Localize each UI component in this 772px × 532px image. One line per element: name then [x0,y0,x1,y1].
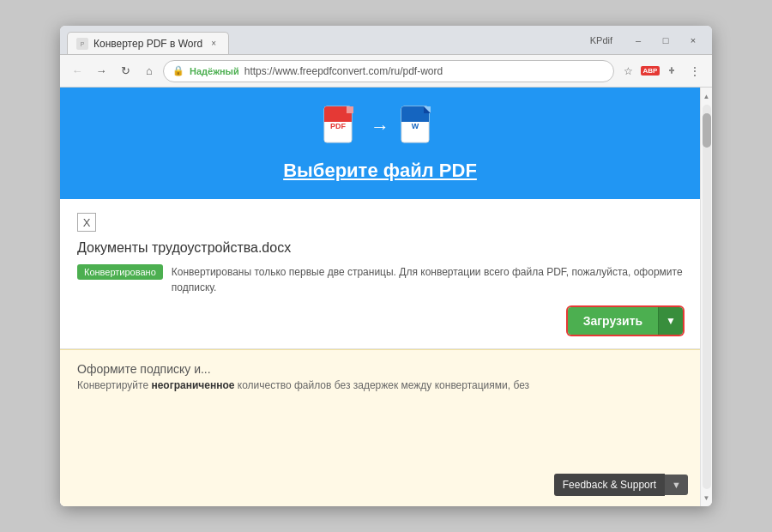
forward-button[interactable]: → [91,61,112,82]
status-badge: Конвертировано [77,264,163,280]
file-section: X Документы трудоустройства.docx Конверт… [60,199,700,349]
tab-close-button[interactable]: × [208,38,220,50]
svg-text:P: P [81,41,85,47]
lock-icon: 🔒 [172,65,184,76]
address-bar[interactable]: 🔒 Надёжный https://www.freepdfconvert.co… [163,60,614,82]
svg-rect-6 [347,106,353,113]
navigation-bar: ← → ↻ ⌂ 🔒 Надёжный https://www.freepdfco… [60,55,712,88]
page-content: PDF → W [60,88,700,506]
browser-tab[interactable]: P Конвертер PDF в Word × [67,32,229,54]
page-content-wrapper: PDF → W [60,88,700,506]
url-text: https://www.freepdfconvert.com/ru/pdf-wo… [244,65,443,77]
status-row: Конвертировано Конвертированы только пер… [77,264,683,295]
hero-icons: PDF → W [323,105,437,149]
download-main-button[interactable]: Загрузить [568,307,658,335]
home-button[interactable]: ⌂ [139,61,160,82]
minimize-button[interactable]: – [626,31,650,50]
browser-window: P Конвертер PDF в Word × KPdif – □ × ← →… [60,26,712,506]
subscribe-description: Конвертируйте неограниченное количество … [77,379,683,391]
extensions-button[interactable] [662,61,683,82]
bookmark-button[interactable]: ☆ [618,61,638,82]
pdf-file-icon: PDF [323,105,360,149]
tab-favicon: P [76,38,88,50]
abp-badge: ABP [641,66,660,76]
feedback-label[interactable]: Feedback & Support [554,474,665,496]
convert-arrow-icon: → [371,116,389,138]
download-dropdown-button[interactable]: ▼ [658,307,683,335]
title-bar: P Конвертер PDF в Word × KPdif – □ × [60,26,712,55]
close-button[interactable]: × [681,31,705,50]
feedback-arrow-icon[interactable]: ▼ [665,475,688,495]
window-controls: – □ × [626,31,705,50]
file-name-label: Документы трудоустройства.docx [77,240,683,256]
tab-title: Конвертер PDF в Word [93,38,202,50]
word-file-icon: W [400,105,437,149]
hero-section: PDF → W [60,88,700,199]
scroll-thumb[interactable] [703,113,711,148]
maximize-button[interactable]: □ [654,31,678,50]
status-message: Конвертированы только первые две страниц… [172,264,683,295]
subscribe-title: Оформите подписку и... [77,362,683,376]
reload-button[interactable]: ↻ [115,61,136,82]
browser-content-area: PDF → W [60,88,712,506]
subscribe-text-area: Оформите подписку и... Конвертируйте нео… [77,362,683,391]
download-button-group: Загрузить ▼ [568,307,683,335]
secure-label: Надёжный [190,66,239,76]
svg-text:PDF: PDF [330,122,347,130]
feedback-tooltip-area: Feedback & Support ▼ [554,474,688,496]
scroll-up-button[interactable]: ▲ [701,89,713,103]
tab-area: P Конвертер PDF в Word × [67,26,590,54]
back-button[interactable]: ← [67,61,87,82]
hero-title[interactable]: Выберите файл PDF [283,160,477,182]
nav-actions: ☆ ABP ⋮ [618,61,705,82]
title-label: KPdif [590,35,612,45]
file-remove-button[interactable]: X [77,213,96,232]
scroll-track[interactable] [703,105,711,489]
scroll-down-button[interactable]: ▼ [701,491,713,505]
extension-icon [666,65,679,77]
scrollbar[interactable]: ▲ ▼ [700,88,712,506]
download-row: Загрузить ▼ [77,307,683,335]
menu-button[interactable]: ⋮ [685,61,705,82]
abp-button[interactable]: ABP [640,61,660,82]
subscribe-highlight: неограниченное [151,379,234,391]
svg-text:W: W [412,122,419,130]
